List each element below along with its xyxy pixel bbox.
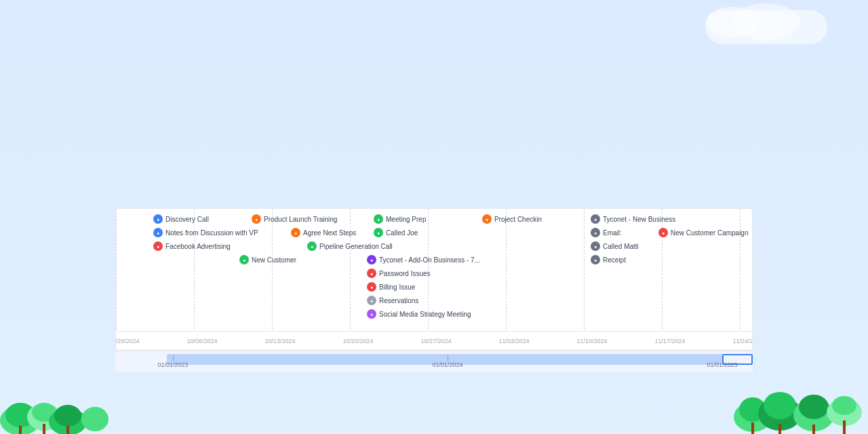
event-called-matti[interactable]: ● Called Matti	[591, 241, 639, 251]
vline-0	[116, 209, 117, 330]
event-dot: ●	[291, 228, 300, 237]
vline-7	[662, 209, 663, 330]
svg-point-7	[81, 407, 108, 431]
vline-3	[350, 209, 351, 330]
svg-rect-19	[751, 422, 754, 434]
event-dot: ●	[591, 228, 600, 237]
date-label-6: 11/10/2024	[576, 338, 607, 344]
mini-tick-1	[448, 355, 448, 361]
event-dot: ●	[367, 269, 376, 278]
svg-point-16	[799, 395, 829, 419]
mini-date-1: 01/01/2024	[432, 361, 462, 368]
vline-2	[272, 209, 273, 330]
date-label-5: 11/03/2024	[498, 338, 529, 344]
event-notes-vp[interactable]: ● Notes from Discussion with VP	[153, 228, 258, 237]
mini-tick-2	[722, 355, 723, 361]
event-social-media[interactable]: ● Social Media Strategy Meeting	[367, 309, 471, 319]
svg-rect-20	[778, 424, 781, 434]
event-receipt[interactable]: ● Receipt	[591, 255, 626, 264]
event-project-checkin[interactable]: ● Project Checkin	[482, 214, 542, 224]
timeline-canvas: ● Discovery Call ● Product Launch Traini…	[115, 208, 753, 351]
event-dot: ●	[591, 255, 600, 264]
svg-rect-9	[43, 424, 45, 434]
event-called-joe[interactable]: ● Called Joe	[374, 228, 418, 237]
mini-date-0: 01/01/2023	[157, 361, 188, 368]
date-label-7: 11/17/2024	[654, 338, 685, 344]
event-reservations[interactable]: ● Reservations	[367, 296, 418, 305]
event-pipeline-generation[interactable]: ● Pipeline Generation Call	[307, 241, 393, 251]
event-agree-next-steps[interactable]: ● Agree Next Steps	[291, 228, 356, 237]
mini-timeline: 01/01/2023 01/01/2024 01/01/2025	[115, 351, 753, 372]
date-label-3: 10/20/2024	[342, 338, 373, 344]
vline-8	[740, 209, 741, 330]
event-dot: ●	[252, 214, 261, 224]
event-dot: ●	[374, 214, 383, 224]
mini-tick-0	[173, 355, 174, 361]
svg-point-18	[832, 396, 856, 415]
event-dot: ●	[153, 228, 163, 237]
svg-rect-8	[19, 426, 22, 434]
svg-point-14	[764, 392, 796, 419]
event-product-launch[interactable]: ● Product Launch Training	[252, 214, 337, 224]
date-label-8: 11/24/2024	[732, 338, 753, 344]
date-label-1: 10/06/2024	[186, 338, 217, 344]
event-dot: ●	[239, 255, 249, 264]
event-dot: ●	[367, 255, 376, 264]
event-tyconet-new-business[interactable]: ● Tyconet - New Business	[591, 214, 675, 224]
event-discovery-call[interactable]: ● Discovery Call	[153, 214, 209, 224]
trees-right	[732, 353, 868, 434]
event-tyconet-addon[interactable]: ● Tyconet - Add-On Businsess - 7...	[367, 255, 480, 264]
svg-point-6	[54, 405, 81, 427]
event-meeting-prep[interactable]: ● Meeting Prep	[374, 214, 426, 224]
vline-5	[506, 209, 507, 330]
trees-left	[0, 366, 108, 434]
event-new-customer[interactable]: ● New Customer	[239, 255, 296, 264]
date-label-2: 10/13/2024	[264, 338, 295, 344]
event-dot: ●	[367, 282, 376, 292]
event-email[interactable]: ● Email:	[591, 228, 622, 237]
timeline-section: Timeline Showing: 09/27/2024 - 11/26/202…	[102, 181, 766, 372]
svg-rect-21	[812, 425, 815, 434]
event-password-issues[interactable]: ● Password Issues	[367, 269, 431, 278]
event-dot: ●	[374, 228, 383, 237]
event-dot: ●	[367, 309, 376, 319]
event-facebook-advertising[interactable]: ● Facebook Advertising	[153, 241, 231, 251]
date-label-4: 10/27/2024	[420, 338, 451, 344]
event-dot: ●	[658, 228, 668, 237]
event-dot: ●	[367, 296, 376, 305]
event-dot: ●	[153, 241, 163, 251]
event-dot: ●	[482, 214, 492, 224]
event-dot: ●	[591, 241, 600, 251]
event-dot: ●	[153, 214, 163, 224]
svg-rect-22	[843, 420, 846, 434]
event-billing-issue[interactable]: ● Billing Issue	[367, 282, 415, 292]
event-dot: ●	[591, 214, 600, 224]
vline-6	[584, 209, 585, 330]
event-new-customer-campaign[interactable]: ● New Customer Campaign	[658, 228, 749, 237]
date-label-0: 09/29/2024	[115, 338, 140, 344]
event-dot: ●	[307, 241, 317, 251]
svg-rect-10	[66, 426, 69, 434]
date-axis: 09/29/2024 10/06/2024 10/13/2024 10/20/2…	[116, 331, 752, 350]
vline-1	[194, 209, 195, 330]
